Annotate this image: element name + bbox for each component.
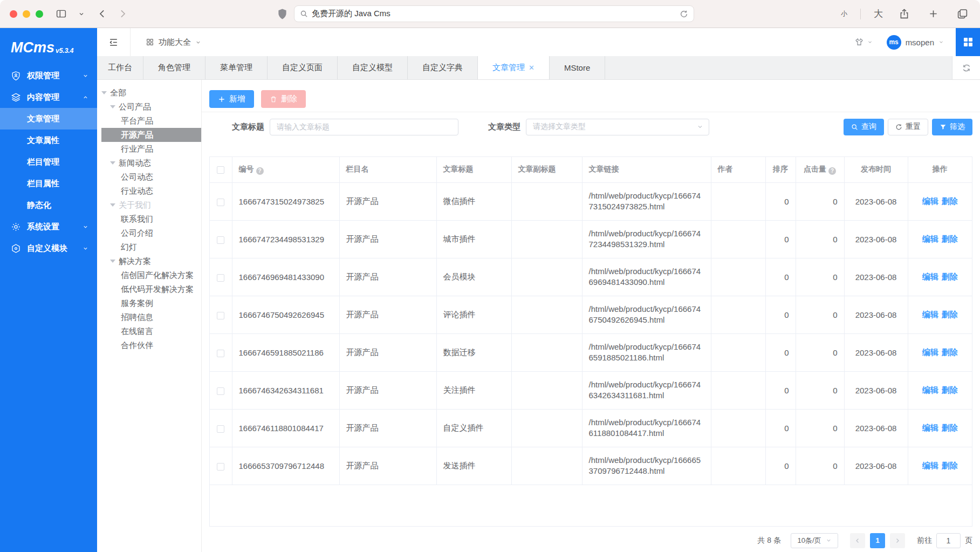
address-bar[interactable]: 免费开源的 Java Cms: [294, 5, 694, 22]
sidebar-subitem-静态化[interactable]: 静态化: [0, 194, 97, 216]
edit-link[interactable]: 编辑: [922, 385, 938, 394]
tree-node-合作伙伴[interactable]: 合作伙伴: [97, 338, 201, 352]
forward-button[interactable]: [114, 6, 131, 22]
tab-自定义页面[interactable]: 自定义页面: [268, 56, 338, 79]
edit-link[interactable]: 编辑: [922, 310, 938, 319]
tab-自定义模型[interactable]: 自定义模型: [338, 56, 408, 79]
sidebar-collapse-button[interactable]: [97, 28, 131, 56]
delete-link[interactable]: 删除: [942, 272, 958, 281]
row-checkbox[interactable]: [217, 387, 224, 395]
tree-node-联系我们[interactable]: 联系我们: [97, 212, 201, 226]
sidebar-subitem-栏目属性[interactable]: 栏目属性: [0, 173, 97, 194]
sidebar-item-custom[interactable]: 自定义模块: [0, 237, 97, 259]
refresh-tab-button[interactable]: [952, 56, 980, 79]
tree-node-新闻动态[interactable]: 新闻动态: [97, 156, 201, 170]
share-icon[interactable]: [896, 6, 912, 22]
tree-node-行业动态[interactable]: 行业动态: [97, 184, 201, 198]
tree-node-解决方案[interactable]: 解决方案: [97, 254, 201, 268]
tree-node-公司介绍[interactable]: 公司介绍: [97, 226, 201, 240]
caret-down-icon[interactable]: [110, 203, 115, 207]
filter-button[interactable]: 筛选: [932, 119, 972, 135]
chevron-down-icon[interactable]: [73, 6, 90, 22]
tree-node-招聘信息[interactable]: 招聘信息: [97, 310, 201, 324]
select-all-checkbox[interactable]: [217, 166, 224, 174]
sidebar-item-permissions[interactable]: 权限管理: [0, 65, 97, 86]
caret-down-icon[interactable]: [101, 91, 107, 94]
tree-node-信创国产化解决方案[interactable]: 信创国产化解决方案: [97, 268, 201, 282]
edit-link[interactable]: 编辑: [922, 347, 938, 357]
row-checkbox[interactable]: [217, 463, 224, 471]
tab-角色管理[interactable]: 角色管理: [143, 56, 205, 79]
goto-page-input[interactable]: [936, 533, 961, 548]
back-button[interactable]: [94, 6, 110, 22]
tab-overview-icon[interactable]: [954, 6, 970, 22]
delete-link[interactable]: 删除: [942, 461, 958, 470]
type-filter-select[interactable]: 请选择文章类型: [526, 119, 709, 135]
help-icon[interactable]: ?: [828, 167, 836, 175]
sidebar-subitem-文章属性[interactable]: 文章属性: [0, 130, 97, 151]
tree-node-关于我们[interactable]: 关于我们: [97, 198, 201, 212]
row-checkbox[interactable]: [217, 236, 224, 244]
row-checkbox[interactable]: [217, 312, 224, 319]
row-checkbox[interactable]: [217, 274, 224, 282]
tree-node-低代码开发解决方案[interactable]: 低代码开发解决方案: [97, 282, 201, 296]
prev-page-button[interactable]: [850, 533, 865, 548]
new-tab-icon[interactable]: [925, 6, 941, 22]
tab-MStore[interactable]: MStore: [550, 56, 605, 79]
tree-node-行业产品[interactable]: 行业产品: [97, 142, 201, 156]
row-checkbox[interactable]: [217, 199, 224, 206]
tab-文章管理[interactable]: 文章管理 ✕: [478, 56, 550, 79]
text-larger-button[interactable]: 大: [874, 8, 883, 20]
tree-node-全部[interactable]: 全部: [97, 86, 201, 100]
row-checkbox[interactable]: [217, 350, 224, 357]
user-menu[interactable]: ms msopen: [887, 35, 944, 50]
delete-link[interactable]: 删除: [942, 385, 958, 394]
tree-node-平台产品[interactable]: 平台产品: [97, 114, 201, 128]
edit-link[interactable]: 编辑: [922, 196, 938, 206]
sidebar-item-system[interactable]: 系统设置: [0, 216, 97, 237]
minimize-window-button[interactable]: [23, 10, 30, 18]
text-smaller-button[interactable]: 小: [841, 9, 847, 18]
caret-down-icon[interactable]: [110, 105, 115, 108]
browser-sidebar-toggle-icon[interactable]: [53, 6, 69, 22]
edit-link[interactable]: 编辑: [922, 272, 938, 281]
feature-menu[interactable]: 功能大全: [146, 37, 201, 47]
caret-down-icon[interactable]: [110, 260, 115, 263]
tree-node-服务案例[interactable]: 服务案例: [97, 296, 201, 310]
theme-picker[interactable]: [854, 37, 873, 47]
apps-launcher-button[interactable]: [956, 28, 980, 56]
tree-node-公司动态[interactable]: 公司动态: [97, 170, 201, 184]
title-filter-input[interactable]: [270, 119, 458, 135]
close-window-button[interactable]: [10, 10, 17, 18]
reload-icon[interactable]: [680, 10, 688, 18]
tree-node-在线留言[interactable]: 在线留言: [97, 324, 201, 338]
tree-node-公司产品[interactable]: 公司产品: [97, 100, 201, 114]
edit-link[interactable]: 编辑: [922, 461, 938, 470]
tree-node-开源产品[interactable]: 开源产品: [101, 128, 201, 142]
reset-button[interactable]: 重置: [888, 119, 928, 135]
edit-link[interactable]: 编辑: [922, 423, 938, 432]
zoom-window-button[interactable]: [36, 10, 43, 18]
delete-button[interactable]: 删除: [261, 90, 306, 108]
search-button[interactable]: 查询: [844, 119, 884, 135]
delete-link[interactable]: 删除: [942, 423, 958, 432]
page-number-1[interactable]: 1: [870, 533, 885, 548]
tab-自定义字典[interactable]: 自定义字典: [408, 56, 478, 79]
tab-菜单管理[interactable]: 菜单管理: [205, 56, 268, 79]
sidebar-subitem-文章管理[interactable]: 文章管理: [0, 108, 97, 130]
tree-node-幻灯[interactable]: 幻灯: [97, 240, 201, 254]
delete-link[interactable]: 删除: [942, 310, 958, 319]
tab-工作台[interactable]: 工作台: [97, 56, 143, 79]
delete-link[interactable]: 删除: [942, 234, 958, 243]
row-checkbox[interactable]: [217, 425, 224, 433]
delete-link[interactable]: 删除: [942, 347, 958, 357]
caret-down-icon[interactable]: [110, 161, 115, 165]
add-button[interactable]: 新增: [209, 90, 254, 108]
edit-link[interactable]: 编辑: [922, 234, 938, 243]
close-icon[interactable]: ✕: [529, 64, 534, 71]
page-size-select[interactable]: 10条/页: [791, 533, 838, 548]
privacy-shield-icon[interactable]: [277, 8, 287, 20]
sidebar-subitem-栏目管理[interactable]: 栏目管理: [0, 151, 97, 173]
next-page-button[interactable]: [890, 533, 905, 548]
delete-link[interactable]: 删除: [942, 196, 958, 206]
